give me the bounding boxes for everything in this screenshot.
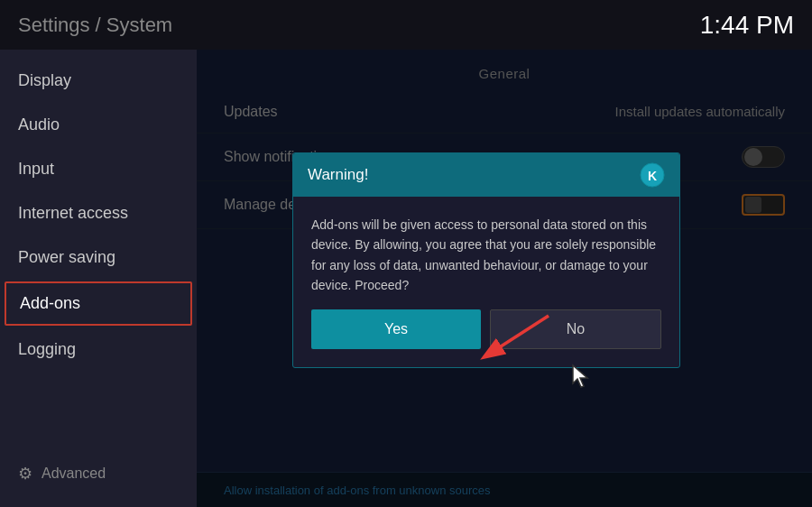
dialog-body: Add-ons will be given access to personal… [293,197,679,310]
dialog-title: Warning! [308,166,368,184]
dialog-overlay: Warning! K Add-ons will be given access … [197,50,812,507]
clock: 1:44 PM [700,11,794,40]
advanced-label: Advanced [42,466,106,482]
kodi-logo-icon: K [640,162,665,188]
sidebar-item-logging[interactable]: Logging [0,327,197,372]
no-button[interactable]: No [490,309,661,349]
page-title: Settings / System [18,14,172,37]
svg-text:K: K [648,169,657,183]
sidebar-nav: Display Audio Input Internet access Powe… [0,59,197,372]
system-breadcrumb: System [106,14,172,36]
sidebar: Display Audio Input Internet access Powe… [0,50,197,507]
warning-dialog: Warning! K Add-ons will be given access … [292,152,680,369]
dialog-header: Warning! K [293,153,679,197]
sidebar-item-input[interactable]: Input [0,147,197,191]
sidebar-item-display[interactable]: Display [0,59,197,103]
settings-breadcrumb: Settings / [18,14,106,36]
dialog-buttons: Yes No [293,309,679,367]
advanced-button[interactable]: ⚙ Advanced [0,449,197,498]
content-area: General Updates Install updates automati… [197,50,812,507]
sidebar-item-internet-access[interactable]: Internet access [0,191,197,235]
sidebar-item-add-ons[interactable]: Add-ons [5,281,192,326]
gear-icon: ⚙ [18,464,32,484]
main-layout: Display Audio Input Internet access Powe… [0,50,812,507]
sidebar-item-power-saving[interactable]: Power saving [0,235,197,280]
svg-marker-4 [573,365,587,387]
header: Settings / System 1:44 PM [0,0,812,50]
yes-button[interactable]: Yes [311,309,481,349]
sidebar-item-audio[interactable]: Audio [0,103,197,147]
